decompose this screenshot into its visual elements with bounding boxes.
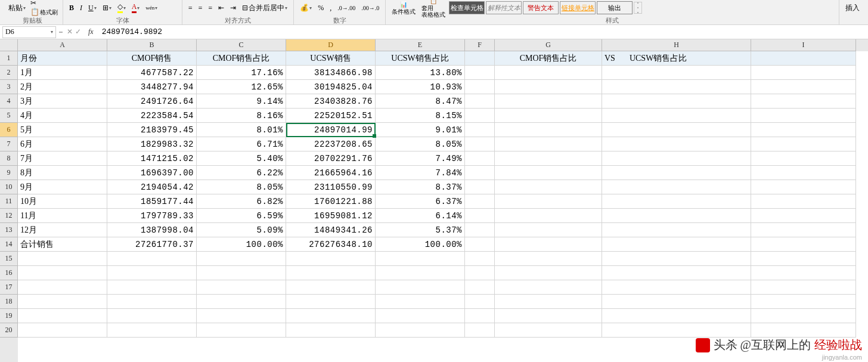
cell-H9[interactable] [602,166,751,180]
cell-A5[interactable]: 4月 [18,109,107,123]
row-header-16[interactable]: 16 [0,266,18,280]
cell-G1[interactable]: CMOF销售占比 [495,51,602,66]
cell-I16[interactable] [751,266,856,280]
cell-C19[interactable] [197,309,286,323]
row-header-20[interactable]: 20 [0,323,18,338]
row-header-1[interactable]: 1 [0,51,18,66]
cell-G12[interactable] [495,209,602,223]
cell-B13[interactable]: 1387998.04 [107,223,197,237]
col-header-C[interactable]: C [197,39,286,51]
cell-F16[interactable] [465,266,495,280]
cell-B2[interactable]: 4677587.22 [107,66,197,80]
cell-F15[interactable] [465,252,495,266]
cell-E20[interactable] [376,323,465,338]
cell-B1[interactable]: CMOF销售 [107,51,197,66]
row-header-5[interactable]: 5 [0,109,18,123]
cell-F14[interactable] [465,237,495,252]
cell-D1[interactable]: UCSW销售 [286,51,376,66]
cell-D16[interactable] [286,266,376,280]
cell-I14[interactable] [751,237,856,252]
col-header-E[interactable]: E [376,39,465,51]
cell-A13[interactable]: 12月 [18,223,107,237]
cell-A14[interactable]: 合计销售 [18,237,107,252]
cell-D9[interactable]: 21665964.16 [286,166,376,180]
cell-H2[interactable] [602,66,751,80]
cell-B7[interactable]: 1829983.32 [107,137,197,151]
cell-B9[interactable]: 1696397.00 [107,166,197,180]
cell-A10[interactable]: 9月 [18,180,107,194]
cell-G7[interactable] [495,137,602,151]
cell-I12[interactable] [751,209,856,223]
row-header-11[interactable]: 11 [0,194,18,209]
cell-C11[interactable]: 6.82% [197,194,286,209]
cell-D6[interactable]: 24897014.99 [286,123,376,137]
cell-I11[interactable] [751,194,856,209]
gallery-more-button[interactable] [634,2,642,14]
fx-icon[interactable]: fx [88,27,94,36]
cell-B16[interactable] [107,266,197,280]
percent-button[interactable]: % [315,2,326,14]
cell-B12[interactable]: 1797789.33 [107,209,197,223]
align-left-button[interactable]: ≡ [186,2,195,14]
cell-G6[interactable] [495,123,602,137]
cell-H16[interactable] [602,266,751,280]
cell-B4[interactable]: 2491726.64 [107,94,197,109]
row-header-14[interactable]: 14 [0,237,18,252]
cell-G3[interactable] [495,80,602,94]
cell-E7[interactable]: 8.05% [376,137,465,151]
cell-C15[interactable] [197,252,286,266]
col-header-G[interactable]: G [495,39,602,51]
cell-C8[interactable]: 5.40% [197,151,286,166]
cell-G17[interactable] [495,280,602,295]
indent-dec-button[interactable]: ⇤ [216,2,227,14]
cell-H17[interactable] [602,280,751,295]
cell-H11[interactable] [602,194,751,209]
cell-F18[interactable] [465,295,495,309]
cell-I10[interactable] [751,180,856,194]
cell-E3[interactable]: 10.93% [376,80,465,94]
cell-E11[interactable]: 6.37% [376,194,465,209]
cell-A12[interactable]: 11月 [18,209,107,223]
cell-C1[interactable]: CMOF销售占比 [197,51,286,66]
cell-H3[interactable] [602,80,751,94]
cell-G14[interactable] [495,237,602,252]
cell-A15[interactable] [18,252,107,266]
cell-B8[interactable]: 1471215.02 [107,151,197,166]
merge-button[interactable]: ⊟合并后居中▾ [240,2,290,14]
cell-C12[interactable]: 6.59% [197,209,286,223]
cell-E14[interactable]: 100.00% [376,237,465,252]
cell-F3[interactable] [465,80,495,94]
cell-A17[interactable] [18,280,107,295]
border-button[interactable]: ⊞▾ [100,2,114,14]
cell-D14[interactable]: 276276348.10 [286,237,376,252]
insert-button[interactable]: 插入 [843,2,862,14]
cell-F7[interactable] [465,137,495,151]
cell-B19[interactable] [107,309,197,323]
cell-I5[interactable] [751,109,856,123]
cell-A20[interactable] [18,323,107,338]
cell-B3[interactable]: 3448277.94 [107,80,197,94]
cell-A6[interactable]: 5月 [18,123,107,137]
phonetic-button[interactable]: wén▾ [143,4,160,12]
cell-C4[interactable]: 9.14% [197,94,286,109]
cell-H20[interactable] [602,323,751,338]
cell-B10[interactable]: 2194054.42 [107,180,197,194]
cell-B14[interactable]: 27261770.37 [107,237,197,252]
cell-H8[interactable] [602,151,751,166]
formula-input[interactable]: 24897014.9892 [97,27,162,36]
row-header-3[interactable]: 3 [0,80,18,94]
cell-C9[interactable]: 6.22% [197,166,286,180]
cell-I18[interactable] [751,295,856,309]
cell-E13[interactable]: 5.37% [376,223,465,237]
cell-H7[interactable] [602,137,751,151]
currency-button[interactable]: 💰▾ [297,2,314,14]
cell-A1[interactable]: 月份 [18,51,107,66]
cell-D20[interactable] [286,323,376,338]
cell-F4[interactable] [465,94,495,109]
row-header-4[interactable]: 4 [0,94,18,109]
cell-H13[interactable] [602,223,751,237]
cell-B15[interactable] [107,252,197,266]
cell-I7[interactable] [751,137,856,151]
cell-G19[interactable] [495,309,602,323]
cell-C13[interactable]: 5.09% [197,223,286,237]
